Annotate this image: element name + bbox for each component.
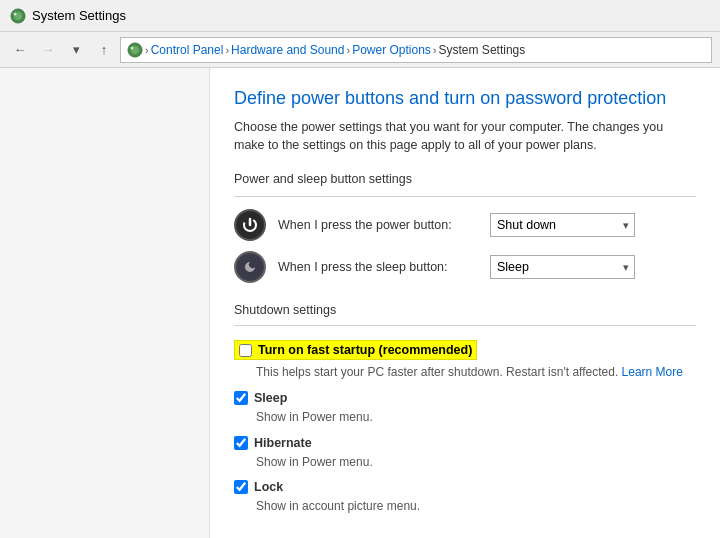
sleep-button-dropdown-wrapper: Do nothing Sleep Hibernate Shut down Tur… (490, 255, 635, 279)
sleep-description: Show in Power menu. (256, 409, 696, 426)
hibernate-checkbox[interactable] (234, 436, 248, 450)
power-button-dropdown-wrapper: Do nothing Sleep Hibernate Shut down Tur… (490, 213, 635, 237)
dropdown-history-button[interactable]: ▾ (64, 38, 88, 62)
fast-startup-checkbox[interactable] (239, 344, 252, 357)
hibernate-checkbox-label[interactable]: Hibernate (254, 436, 312, 450)
breadcrumb-bar: › Control Panel › Hardware and Sound › P… (120, 37, 712, 63)
content-wrapper: Define power buttons and turn on passwor… (0, 68, 720, 538)
power-button-label: When I press the power button: (278, 218, 478, 232)
control-panel-icon (127, 42, 143, 58)
button-settings: When I press the power button: Do nothin… (234, 209, 696, 283)
hibernate-description: Show in Power menu. (256, 454, 696, 471)
sleep-checkbox-row: Sleep (234, 389, 696, 407)
up-button[interactable]: ↑ (92, 38, 116, 62)
breadcrumb-power-options[interactable]: Power Options (352, 43, 431, 57)
app-icon (10, 8, 26, 24)
power-button-dropdown[interactable]: Do nothing Sleep Hibernate Shut down Tur… (490, 213, 635, 237)
fast-startup-label[interactable]: Turn on fast startup (recommended) (258, 343, 472, 357)
power-sleep-section-header: Power and sleep button settings (234, 172, 696, 186)
section-divider-2 (234, 325, 696, 326)
sleep-button-row: When I press the sleep button: Do nothin… (234, 251, 696, 283)
sleep-button-dropdown[interactable]: Do nothing Sleep Hibernate Shut down Tur… (490, 255, 635, 279)
sleep-item: Sleep (234, 391, 287, 405)
title-bar: System Settings (0, 0, 720, 32)
power-icon (234, 209, 266, 241)
lock-checkbox[interactable] (234, 480, 248, 494)
back-button[interactable]: ← (8, 38, 32, 62)
sleep-icon (234, 251, 266, 283)
hibernate-checkbox-row: Hibernate (234, 434, 696, 452)
page-title: Define power buttons and turn on passwor… (234, 88, 696, 109)
lock-checkbox-label[interactable]: Lock (254, 480, 283, 494)
lock-checkbox-row: Lock (234, 478, 696, 496)
fast-startup-row: Turn on fast startup (recommended) (234, 338, 696, 362)
section-divider-1 (234, 196, 696, 197)
hibernate-item: Hibernate (234, 436, 312, 450)
page-description: Choose the power settings that you want … (234, 119, 696, 154)
svg-point-2 (14, 12, 17, 15)
nav-bar: ← → ▾ ↑ › Control Panel › Hardware and S… (0, 32, 720, 68)
svg-point-5 (131, 46, 134, 49)
breadcrumb-control-panel[interactable]: Control Panel (151, 43, 224, 57)
breadcrumb-system-settings: System Settings (439, 43, 526, 57)
fast-startup-highlight: Turn on fast startup (recommended) (234, 340, 477, 360)
sleep-checkbox-label[interactable]: Sleep (254, 391, 287, 405)
left-sidebar (0, 68, 210, 538)
breadcrumb-hardware-sound[interactable]: Hardware and Sound (231, 43, 344, 57)
title-bar-text: System Settings (32, 8, 126, 23)
fast-startup-description: This helps start your PC faster after sh… (256, 364, 696, 381)
learn-more-link[interactable]: Learn More (622, 365, 683, 379)
shutdown-settings-header: Shutdown settings (234, 303, 696, 317)
lock-description: Show in account picture menu. (256, 498, 696, 515)
sleep-checkbox[interactable] (234, 391, 248, 405)
shutdown-section: Shutdown settings Turn on fast startup (… (234, 303, 696, 515)
power-button-row: When I press the power button: Do nothin… (234, 209, 696, 241)
forward-button[interactable]: → (36, 38, 60, 62)
lock-item: Lock (234, 480, 283, 494)
sleep-button-label: When I press the sleep button: (278, 260, 478, 274)
right-content: Define power buttons and turn on passwor… (210, 68, 720, 538)
